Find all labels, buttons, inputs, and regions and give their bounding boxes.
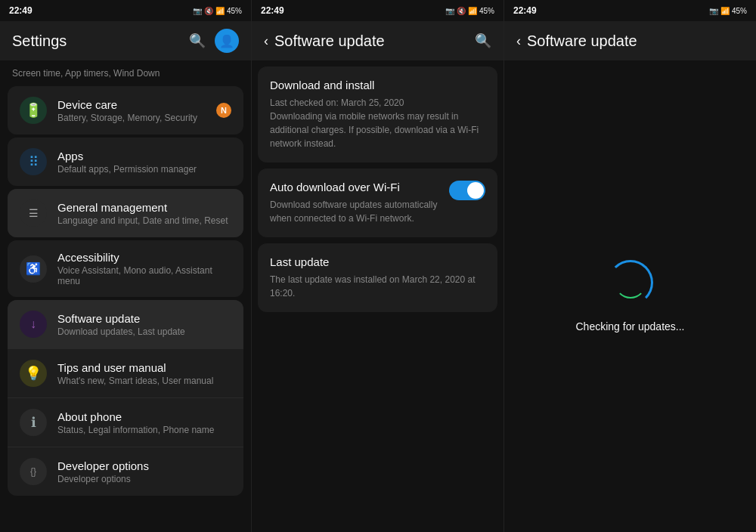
auto-download-title: Auto download over Wi-Fi [270, 181, 440, 193]
settings-item-general[interactable]: ☰ General management Language and input,… [8, 189, 243, 237]
developer-subtitle: Developer options [57, 474, 231, 484]
checking-panel: 22:49 📷 📶 45% ‹ Software update Checking… [504, 0, 756, 532]
spinner [608, 260, 653, 305]
settings-group-device: 🔋 Device care Battery, Storage, Memory, … [8, 86, 243, 135]
download-install-card[interactable]: Download and install Last checked on: Ma… [258, 66, 497, 162]
avatar[interactable]: 👤 [215, 29, 239, 53]
camera-icon: 📷 [193, 7, 202, 15]
accessibility-subtitle: Voice Assistant, Mono audio, Assistant m… [57, 265, 231, 286]
general-subtitle: Language and input, Date and time, Reset [57, 215, 231, 226]
accessibility-title: Accessibility [57, 251, 231, 264]
tips-title: Tips and user manual [57, 361, 231, 374]
auto-download-desc: Download software updates automatically … [270, 198, 440, 225]
settings-item-apps[interactable]: ⠿ Apps Default apps, Permission manager [8, 138, 243, 186]
section-subtitle: Screen time, App timers, Wind Down [0, 60, 251, 83]
auto-download-row: Auto download over Wi-Fi Download softwa… [270, 181, 485, 225]
checking-text: Checking for updates... [576, 320, 685, 332]
back-arrow-right[interactable]: ‹ [516, 33, 521, 49]
apps-text: Apps Default apps, Permission manager [57, 150, 231, 175]
last-update-card[interactable]: Last update The last update was installe… [258, 243, 497, 312]
signal-icon-right: 📶 [720, 7, 730, 15]
tips-subtitle: What's new, Smart ideas, User manual [57, 376, 231, 386]
back-arrow-mid[interactable]: ‹ [264, 33, 268, 49]
search-icon[interactable]: 🔍 [189, 32, 206, 49]
header-icons: 🔍 👤 [189, 29, 239, 53]
settings-panel: 22:49 📷 🔇 📶 45% Settings 🔍 👤 Screen time… [0, 0, 252, 532]
device-care-subtitle: Battery, Storage, Memory, Security [57, 113, 216, 123]
settings-item-developer[interactable]: {} Developer options Developer options [8, 447, 243, 496]
device-care-icon: 🔋 [20, 97, 47, 124]
software-update-text: Software update Download updates, Last u… [57, 312, 231, 337]
mute-icon: 🔇 [204, 7, 213, 15]
apps-icon: ⠿ [20, 148, 47, 175]
camera-icon-mid: 📷 [445, 7, 454, 15]
accessibility-text: Accessibility Voice Assistant, Mono audi… [57, 251, 231, 286]
status-bar-mid: 22:49 📷 🔇 📶 45% [252, 0, 503, 21]
status-icons-left: 📷 🔇 📶 45% [193, 7, 242, 15]
time-left: 22:49 [9, 5, 33, 16]
settings-group-misc: ↓ Software update Download updates, Last… [8, 300, 243, 496]
auto-download-text: Auto download over Wi-Fi Download softwa… [270, 181, 440, 225]
software-update-header: ‹ Software update 🔍 [252, 21, 503, 60]
apps-title: Apps [57, 150, 231, 162]
mute-icon-mid: 🔇 [457, 7, 466, 15]
device-care-title: Device care [57, 98, 216, 111]
avatar-icon: 👤 [219, 34, 234, 48]
about-text: About phone Status, Legal information, P… [57, 410, 231, 435]
checking-header: ‹ Software update [504, 21, 756, 60]
general-title: General management [57, 201, 231, 214]
software-update-title: Software update [57, 312, 231, 325]
general-icon: ☰ [20, 200, 47, 227]
developer-icon: {} [20, 458, 47, 485]
general-text: General management Language and input, D… [57, 201, 231, 226]
auto-download-toggle[interactable] [449, 181, 485, 200]
tips-text: Tips and user manual What's new, Smart i… [57, 361, 231, 386]
spinner-arc-inner [615, 267, 646, 298]
settings-group-accessibility: ♿ Accessibility Voice Assistant, Mono au… [8, 240, 243, 297]
status-icons-mid: 📷 🔇 📶 45% [445, 7, 494, 15]
header-back-mid: ‹ Software update [264, 32, 385, 50]
software-update-panel: 22:49 📷 🔇 📶 45% ‹ Software update 🔍 Down… [252, 0, 504, 532]
device-care-text: Device care Battery, Storage, Memory, Se… [57, 98, 216, 123]
settings-header: Settings 🔍 👤 [0, 21, 251, 60]
update-list: Download and install Last checked on: Ma… [252, 60, 503, 532]
checking-header-title: Software update [527, 32, 637, 50]
last-update-desc: The last update was installed on March 2… [270, 273, 485, 300]
software-update-header-title: Software update [274, 32, 385, 50]
battery-right: 45% [732, 7, 747, 15]
settings-item-software-update[interactable]: ↓ Software update Download updates, Last… [8, 300, 243, 349]
battery-mid: 45% [479, 7, 494, 15]
signal-icon-mid: 📶 [468, 7, 477, 15]
search-icon-mid[interactable]: 🔍 [475, 32, 491, 49]
settings-group-apps: ⠿ Apps Default apps, Permission manager [8, 138, 243, 186]
header-back-right: ‹ Software update [516, 32, 637, 50]
signal-icon: 📶 [215, 7, 225, 15]
device-care-badge: N [216, 103, 231, 118]
settings-group-general: ☰ General management Language and input,… [8, 189, 243, 237]
checking-container: Checking for updates... [504, 60, 756, 532]
time-right: 22:49 [513, 5, 537, 16]
software-update-subtitle: Download updates, Last update [57, 326, 231, 337]
download-install-title: Download and install [270, 79, 485, 91]
settings-item-accessibility[interactable]: ♿ Accessibility Voice Assistant, Mono au… [8, 240, 243, 297]
settings-item-about[interactable]: ℹ About phone Status, Legal information,… [8, 398, 243, 447]
status-bar-right: 22:49 📷 📶 45% [504, 0, 756, 21]
about-icon: ℹ [20, 409, 47, 436]
accessibility-icon: ♿ [20, 255, 47, 283]
settings-item-device-care[interactable]: 🔋 Device care Battery, Storage, Memory, … [8, 86, 243, 135]
settings-item-tips[interactable]: 💡 Tips and user manual What's new, Smart… [8, 349, 243, 398]
about-title: About phone [57, 410, 231, 423]
last-update-title: Last update [270, 255, 485, 268]
developer-title: Developer options [57, 459, 231, 472]
auto-download-card: Auto download over Wi-Fi Download softwa… [258, 169, 497, 237]
tips-icon: 💡 [20, 360, 47, 387]
camera-icon-right: 📷 [709, 7, 718, 15]
battery-left: 45% [227, 7, 242, 15]
apps-subtitle: Default apps, Permission manager [57, 164, 231, 175]
time-mid: 22:49 [261, 5, 284, 16]
software-update-icon: ↓ [20, 311, 47, 338]
download-install-desc: Last checked on: March 25, 2020Downloadi… [270, 96, 485, 150]
settings-title: Settings [12, 32, 67, 50]
status-icons-right: 📷 📶 45% [709, 7, 747, 15]
about-subtitle: Status, Legal information, Phone name [57, 425, 231, 435]
